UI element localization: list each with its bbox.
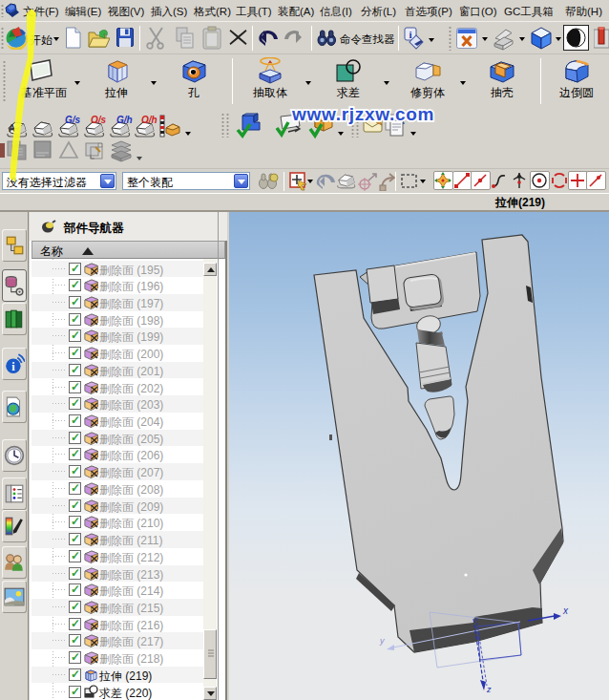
svg-text:y: y <box>379 636 385 646</box>
svg-text:A: A <box>9 123 15 134</box>
svg-text:x: x <box>562 605 569 616</box>
svg-text:i: i <box>409 29 411 40</box>
svg-text:z: z <box>486 685 492 694</box>
